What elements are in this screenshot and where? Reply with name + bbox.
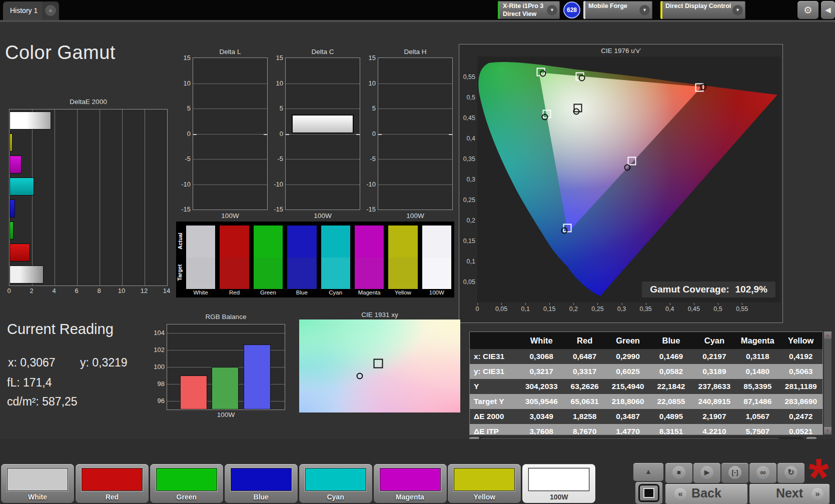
target-swatch <box>254 258 283 289</box>
plus-icon: + <box>45 5 56 16</box>
gear-icon: ⚙ <box>803 4 812 16</box>
swatch-column-cyan: Cyan <box>321 226 350 296</box>
read-series-button[interactable]: [-] <box>721 463 748 483</box>
collapse-panel-button[interactable]: ◀ <box>821 1 835 19</box>
axis-tick-label: 10 <box>118 287 125 294</box>
loop-button[interactable]: ↻ <box>777 463 804 483</box>
back-button-label: Back <box>665 486 747 500</box>
delta-l-chart: Delta L 151050-5-10-15 100W <box>193 48 268 221</box>
table-cell: 22,0855 <box>649 397 692 406</box>
scroll-down-button[interactable]: ▼ <box>824 427 831 434</box>
bar-blue <box>244 344 271 410</box>
tick-mark <box>694 303 694 305</box>
axis-tick-label: 0,25 <box>591 306 603 312</box>
table-cell: 0,6025 <box>606 367 649 376</box>
read-once-button[interactable]: ▶ <box>693 463 720 483</box>
axis-tick-label: 0,1 <box>467 258 475 265</box>
bar-red <box>10 244 30 262</box>
triangle-up-icon: ▲ <box>826 333 830 338</box>
axis-tick-label: 12 <box>141 287 148 294</box>
table-vertical-scrollbar[interactable]: ▲ ▼ <box>824 332 831 434</box>
measured-marker-magenta <box>624 164 631 171</box>
column-header: Yellow <box>779 336 822 346</box>
swatch-label: White <box>186 290 215 296</box>
column-header: Magenta <box>736 336 779 346</box>
pattern-button-white[interactable]: White <box>1 464 74 503</box>
gridline <box>122 110 123 286</box>
pattern-button-yellow[interactable]: Yellow <box>448 464 521 503</box>
read-continuous-button[interactable]: ∞ <box>749 463 776 483</box>
scroll-up-button[interactable]: ▲ <box>824 332 831 339</box>
table-cell: 87,1486 <box>736 397 779 406</box>
measurement-table: WhiteRedGreenBlueCyanMagentaYellowx: CIE… <box>469 332 823 435</box>
axis-tick-label: 15 <box>276 54 283 62</box>
table-cell: 237,8633 <box>693 382 736 391</box>
pattern-button-cyan[interactable]: Cyan <box>299 464 372 503</box>
pattern-window-button[interactable] <box>635 482 662 504</box>
actual-target-swatch-panel: Actual Target WhiteRedGreenBlueCyanMagen… <box>176 222 454 298</box>
gridline <box>193 84 267 84</box>
actual-row-label: Actual <box>177 232 183 250</box>
back-button[interactable]: « Back <box>665 484 747 504</box>
axis-tick-label: 0,4 <box>467 135 475 142</box>
triangle-up-icon: ▲ <box>645 468 652 476</box>
gridline <box>286 184 360 185</box>
pattern-button-green[interactable]: Green <box>150 464 223 503</box>
pattern-swatch <box>231 468 292 491</box>
gamut-coverage-label: Gamut Coverage: <box>650 284 729 294</box>
axis-tick-label: -15 <box>366 206 376 213</box>
target-swatch <box>321 258 350 289</box>
axis-tick-label: 0,5 <box>467 94 475 101</box>
table-cell: 283,8690 <box>779 397 822 406</box>
meter-dropdown[interactable]: X-Rite i1Pro 3 Direct View ▼ <box>498 1 560 19</box>
column-header: Blue <box>649 336 692 346</box>
add-tab-button[interactable]: + <box>42 2 59 20</box>
chart-title: CIE 1931 xy <box>299 311 460 318</box>
row-label: Y <box>470 382 520 391</box>
zero-tick <box>286 134 289 135</box>
stop-button[interactable]: ■ <box>665 463 692 483</box>
actual-swatch <box>388 226 417 258</box>
target-marker <box>373 359 383 368</box>
settings-button[interactable]: ⚙ <box>797 1 818 19</box>
workflow-dropdown[interactable]: Direct Display Control ▼ <box>660 1 745 19</box>
meter-mode: Direct View <box>503 10 536 18</box>
table-cell: 218,8060 <box>606 397 649 406</box>
tick-mark <box>549 303 550 305</box>
pattern-button-blue[interactable]: Blue <box>225 464 298 503</box>
pattern-button-magenta[interactable]: Magenta <box>374 464 447 503</box>
table-cell: 3,7608 <box>520 424 563 434</box>
measured-marker-cyan <box>541 114 548 120</box>
axis-tick-label: -10 <box>366 180 376 188</box>
axis-tick-label: 0,4 <box>665 306 674 312</box>
reading-x-value: x: 0,3067 <box>8 356 56 370</box>
swatch-column-100w: 100W <box>422 226 451 296</box>
table-row: Target Y305,954665,0631218,806022,085524… <box>470 394 822 409</box>
delta-h-plot-area <box>378 58 453 210</box>
axis-tick-label: 6 <box>75 287 78 294</box>
axis-tick-label: 0,35 <box>639 306 651 312</box>
pattern-window-up-button[interactable]: ▲ <box>633 463 663 481</box>
column-header: Red <box>563 336 606 346</box>
pattern-button-label: White <box>1 493 74 501</box>
axis-tick-label: 5 <box>280 104 283 112</box>
chart-title: RGB Balance <box>167 313 285 320</box>
tick-mark <box>573 303 574 305</box>
pattern-button-red[interactable]: Red <box>76 464 149 503</box>
bar-green <box>212 367 239 410</box>
source-dropdown[interactable]: Mobile Forge ▼ <box>583 1 652 19</box>
axis-tick-label: 104 <box>154 329 165 336</box>
table-cell: 0,5063 <box>779 367 822 376</box>
pattern-swatch <box>156 468 217 491</box>
table-row: ΔE 20003,03491,82580,34870,48952,19071,0… <box>470 409 822 424</box>
axis-tick-label: 0,1 <box>521 306 529 312</box>
x-axis-label: 100W <box>378 212 453 220</box>
measured-marker-blue <box>561 227 568 234</box>
table-cell: 0,3068 <box>520 352 563 361</box>
chart-title: CIE 1976 u'v' <box>459 47 782 54</box>
axis-tick-label: 0,5 <box>713 306 722 312</box>
pattern-button-100w[interactable]: 100W <box>522 464 595 503</box>
pattern-swatch <box>82 468 143 491</box>
axis-tick-label: 5 <box>187 104 191 112</box>
history-tab[interactable]: History 1 <box>3 2 46 20</box>
